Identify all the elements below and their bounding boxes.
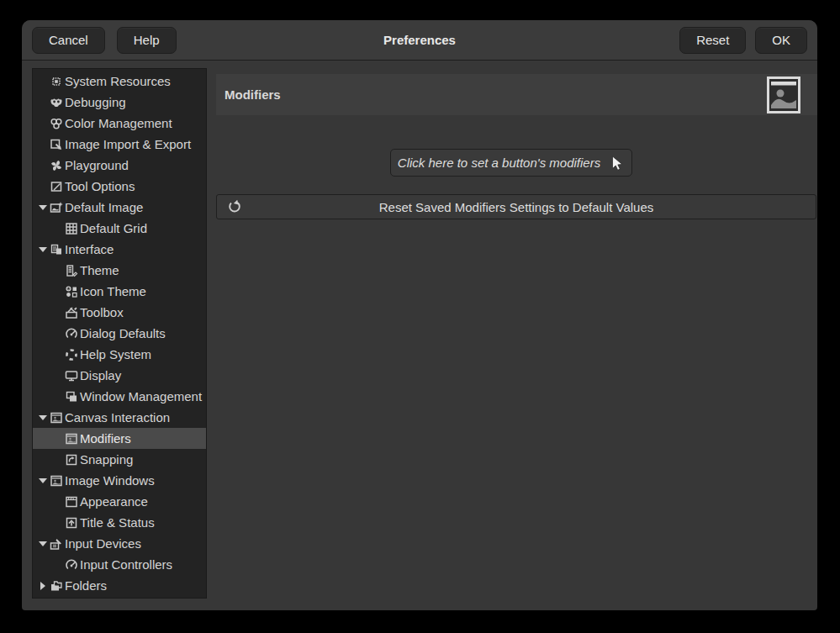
expander-icon[interactable] [37,247,49,252]
cancel-button[interactable]: Cancel [32,27,105,54]
sidebar-item-label: Default Grid [80,221,147,235]
sidebar-item-default-grid[interactable]: Default Grid [33,218,206,239]
sidebar-item-system-resources[interactable]: System Resources [33,71,206,92]
sidebar-item-icon-theme[interactable]: Icon Theme [33,281,206,302]
sidebar-item-label: Image Windows [65,473,155,488]
input-devices-icon [49,536,63,551]
appearance-icon [64,494,78,509]
sidebar-item-default-image[interactable]: Default Image [33,197,206,218]
page-header: Modifiers [216,74,817,115]
image-import-export-icon [49,137,63,151]
sidebar-item-dialog-defaults[interactable]: Dialog Defaults [33,323,206,344]
set-modifiers-button-label: Click here to set a button's modifiers [398,156,600,170]
sidebar-item-help-system[interactable]: Help System [33,344,206,365]
expander-icon[interactable] [37,205,49,210]
image-window-small-icon [49,473,63,488]
set-modifiers-button[interactable]: Click here to set a button's modifiers [390,149,632,177]
sidebar-item-label: Input Devices [65,536,141,551]
sidebar-item-theme[interactable]: Theme [33,260,206,281]
help-ring-icon [64,347,78,361]
sidebar-item-label: Default Image [65,200,143,214]
expander-icon[interactable] [37,415,49,420]
gauge-icon [64,326,78,340]
titlebar-right-buttons: Reset OK [679,27,807,54]
sidebar-item-appearance[interactable]: Appearance [33,491,206,512]
sidebar-item-debugging[interactable]: Debugging [33,92,206,113]
sidebar-item-label: Display [80,368,121,382]
image-window-small-icon [64,431,78,446]
sidebar-item-label: Appearance [80,494,148,509]
tool-options-icon [49,179,63,193]
sidebar-item-playground[interactable]: Playground [33,155,206,176]
wilber-icon [49,95,63,109]
theme-icon [64,263,78,277]
content-pane: Modifiers Click here to set a button's m… [216,61,817,610]
sidebar-item-input-devices[interactable]: Input Devices [33,533,206,554]
interface-icon [49,242,63,256]
sidebar-item-label: Modifiers [80,431,131,446]
snapping-icon [64,452,78,467]
image-star-icon [49,200,63,214]
sidebar-item-modifiers[interactable]: Modifiers [33,428,206,449]
sidebar-item-label: Color Management [65,116,172,130]
sidebar-item-display[interactable]: Display [33,365,206,386]
sidebar-tree: System Resources Debugging Color Managem… [32,68,207,599]
sidebar-item-image-windows[interactable]: Image Windows [33,470,206,491]
grid-icon [64,221,78,235]
sidebar-item-label: Snapping [80,452,133,467]
fan-icon [49,158,63,172]
titlebar-left-buttons: Cancel Help [32,27,177,54]
sidebar-item-label: Canvas Interaction [65,410,170,425]
sidebar-item-label: Dialog Defaults [80,326,166,340]
preferences-dialog: Cancel Help Preferences Reset OK System … [22,20,817,610]
reset-modifiers-button-label: Reset Saved Modifiers Settings to Defaul… [217,195,816,219]
sidebar-item-toolbox[interactable]: Toolbox [33,302,206,323]
sidebar-item-label: Input Controllers [80,557,172,572]
sidebar-item-label: Help System [80,347,151,361]
sidebar-item-snapping[interactable]: Snapping [33,449,206,470]
sidebar-item-label: Icon Theme [80,284,146,298]
image-window-small-icon [49,410,63,425]
toolbox-icon [64,305,78,319]
window-management-icon [64,389,78,404]
page-title: Modifiers [225,87,281,102]
folders-icon [49,578,63,593]
expander-icon[interactable] [37,541,49,546]
ok-button[interactable]: OK [755,27,807,54]
title-status-icon [64,515,78,530]
reset-modifiers-button[interactable]: Reset Saved Modifiers Settings to Defaul… [216,194,816,219]
gauge-icon [64,557,78,572]
help-button[interactable]: Help [117,27,177,54]
sidebar-item-canvas-interaction[interactable]: Canvas Interaction [33,407,206,428]
image-window-icon [767,76,800,113]
icon-theme-icon [64,284,78,298]
sidebar-item-label: Image Import & Export [65,137,191,151]
sidebar-item-label: Tool Options [65,179,135,193]
expander-icon[interactable] [37,478,49,483]
cpu-icon [49,74,63,88]
sidebar-item-label: Debugging [65,95,126,109]
sidebar-item-label: Title & Status [80,515,155,530]
color-management-icon [49,116,63,130]
reset-button[interactable]: Reset [679,27,746,54]
display-icon [64,368,78,382]
sidebar-item-input-controllers[interactable]: Input Controllers [33,554,206,575]
titlebar: Cancel Help Preferences Reset OK [22,20,817,61]
sidebar-item-tool-options[interactable]: Tool Options [33,176,206,197]
sidebar-item-interface[interactable]: Interface [33,239,206,260]
sidebar-item-label: Playground [65,158,129,172]
sidebar-item-folders[interactable]: Folders [33,575,206,596]
sidebar-item-label: Theme [80,263,119,277]
cursor-arrow-icon [608,155,625,171]
sidebar-item-image-import-export[interactable]: Image Import & Export [33,134,206,155]
sidebar-item-label: System Resources [65,74,171,88]
expander-icon[interactable] [37,582,49,590]
sidebar-item-color-management[interactable]: Color Management [33,113,206,134]
sidebar-item-label: Window Management [80,389,202,404]
sidebar-item-label: Toolbox [80,305,124,319]
sidebar-item-label: Folders [65,578,107,593]
sidebar-item-label: Interface [65,242,114,256]
sidebar-item-window-management[interactable]: Window Management [33,386,206,407]
sidebar-item-title-status[interactable]: Title & Status [33,512,206,533]
